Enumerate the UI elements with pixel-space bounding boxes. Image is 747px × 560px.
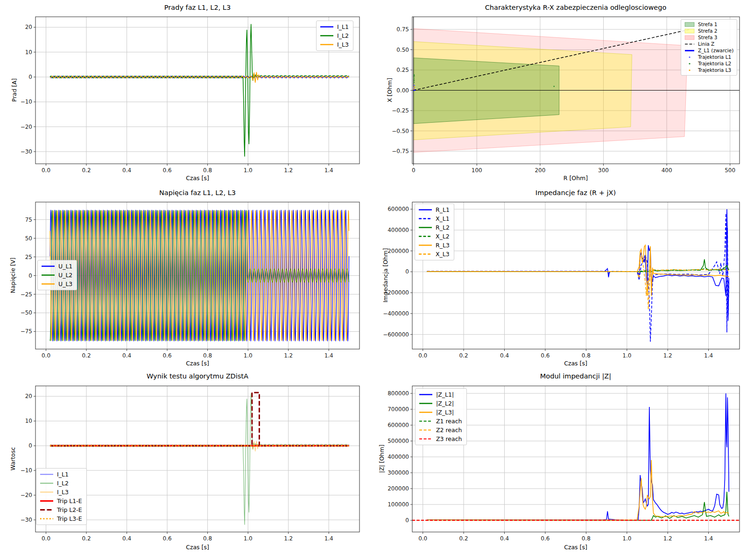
legend-label: X_L2 xyxy=(436,233,450,240)
legend-item-linia-z: Linia Z xyxy=(684,41,733,47)
legend-item-r-l2: R_L2 xyxy=(418,224,450,231)
legend-label: Strefa 3 xyxy=(698,35,717,41)
legend-label: Linia Z xyxy=(698,41,714,47)
trip-test-title: Wynik testu algorytmu ZDistA xyxy=(147,372,248,380)
svg-text:1.4: 1.4 xyxy=(704,352,713,359)
legend-item-r-l1: R_L1 xyxy=(418,206,450,213)
svg-text:20: 20 xyxy=(25,393,32,399)
legend-swatch xyxy=(419,392,433,398)
svg-text:0.6: 0.6 xyxy=(163,352,172,359)
legend-item-trip-l3-e: Trip L3-E xyxy=(40,515,82,522)
svg-text:0.25: 0.25 xyxy=(396,67,409,73)
legend-label: U_L2 xyxy=(58,272,72,279)
impedance-magnitude-title: Modul impedancji |Z| xyxy=(540,372,611,380)
voltages-xlabel: Czas [s] xyxy=(186,360,209,367)
svg-text:0.8: 0.8 xyxy=(582,535,591,542)
svg-text:0: 0 xyxy=(405,517,409,524)
legend-swatch xyxy=(40,489,54,495)
svg-text:0.75: 0.75 xyxy=(396,26,409,33)
legend-swatch xyxy=(684,48,695,54)
svg-text:1.4: 1.4 xyxy=(324,352,333,359)
svg-text:1.0: 1.0 xyxy=(244,167,253,174)
legend-swatch xyxy=(684,21,695,28)
svg-text:−30: −30 xyxy=(21,148,32,155)
svg-text:400000: 400000 xyxy=(388,227,409,233)
trip-test-xlabel: Czas [s] xyxy=(186,544,209,551)
legend-label: Trip L1-E xyxy=(57,497,82,504)
svg-text:1.2: 1.2 xyxy=(284,167,293,174)
svg-text:−20: −20 xyxy=(21,492,32,498)
svg-text:0.2: 0.2 xyxy=(459,352,468,359)
legend-swatch xyxy=(684,61,695,67)
trip-test-ylabel: Wartosc xyxy=(9,447,16,470)
svg-text:200000: 200000 xyxy=(388,248,409,254)
voltages-legend: U_L1U_L2U_L3 xyxy=(37,260,77,290)
legend-item-i-l2: I_L2 xyxy=(40,480,82,487)
svg-text:0.8: 0.8 xyxy=(203,352,212,359)
legend-swatch xyxy=(418,216,432,222)
svg-text:0: 0 xyxy=(28,442,32,449)
legend-swatch xyxy=(40,507,54,513)
legend-label: Trajektoria L2 xyxy=(698,61,731,67)
legend-swatch xyxy=(40,480,54,486)
svg-text:1.2: 1.2 xyxy=(663,352,672,359)
legend-item-z-l1-zwarcie-: Z_L1 (zwarcie) xyxy=(684,48,733,54)
legend-label: U_L3 xyxy=(58,280,72,287)
svg-text:100000: 100000 xyxy=(388,501,409,508)
svg-text:10: 10 xyxy=(25,49,32,56)
impedances-title: Impedancje faz (R + jX) xyxy=(536,189,616,196)
legend-label: U_L1 xyxy=(58,263,72,270)
voltages-ylabel: Napięcie [V] xyxy=(9,258,16,293)
legend-item--z-l1-: |Z_L1| xyxy=(419,391,462,398)
legend-label: |Z_L3| xyxy=(436,409,454,416)
legend-swatch xyxy=(418,233,432,239)
svg-text:−10: −10 xyxy=(21,467,32,474)
legend-swatch xyxy=(419,400,433,406)
legend-item-trajektoria-l3: Trajektoria L3 xyxy=(684,67,733,73)
svg-text:0.4: 0.4 xyxy=(122,535,131,542)
currents-legend: I_L1I_L2I_L3 xyxy=(316,21,353,51)
svg-text:−0.50: −0.50 xyxy=(392,128,409,134)
legend-swatch xyxy=(684,28,695,34)
svg-text:0.0: 0.0 xyxy=(42,535,50,542)
legend-swatch xyxy=(684,54,695,60)
trip-test-chart: 0.00.20.40.60.81.01.21.4−30−20−1001020 xyxy=(0,371,374,560)
svg-text:1.0: 1.0 xyxy=(244,352,253,359)
svg-text:0.50: 0.50 xyxy=(396,47,409,53)
svg-text:1.0: 1.0 xyxy=(622,535,631,542)
legend-swatch xyxy=(320,24,334,30)
svg-text:−25: −25 xyxy=(21,291,32,298)
svg-text:0.4: 0.4 xyxy=(122,167,131,174)
svg-text:0.6: 0.6 xyxy=(163,535,172,542)
svg-text:400: 400 xyxy=(662,167,672,174)
svg-text:0: 0 xyxy=(28,74,32,80)
svg-text:200: 200 xyxy=(535,167,545,174)
svg-text:0.4: 0.4 xyxy=(500,352,509,359)
legend-swatch xyxy=(418,251,432,257)
svg-text:300: 300 xyxy=(598,167,609,174)
svg-text:600000: 600000 xyxy=(388,422,409,428)
legend-label: Trip L3-E xyxy=(57,515,82,522)
svg-text:−30: −30 xyxy=(21,517,32,523)
rx-title: Charakterystyka R-X zabezpieczenia odleg… xyxy=(485,4,667,11)
impedances-legend: R_L1X_L1R_L2X_L2R_L3X_L3 xyxy=(415,203,454,260)
svg-text:0.0: 0.0 xyxy=(42,167,50,174)
legend-item-r-l3: R_L3 xyxy=(418,242,450,249)
svg-text:0.8: 0.8 xyxy=(582,352,591,359)
legend-label: R_L1 xyxy=(436,206,450,213)
svg-text:0.2: 0.2 xyxy=(459,535,468,542)
voltages-title: Napięcia faz L1, L2, L3 xyxy=(159,189,236,196)
svg-text:1.0: 1.0 xyxy=(244,535,253,542)
legend-item--z-l3-: |Z_L3| xyxy=(419,409,462,416)
legend-item-z3-reach: Z3 reach xyxy=(419,435,462,442)
legend-swatch xyxy=(684,67,695,73)
legend-swatch xyxy=(320,33,334,39)
svg-text:1.0: 1.0 xyxy=(622,352,631,359)
svg-text:500: 500 xyxy=(725,167,735,174)
impedance-magnitude-legend: |Z_L1||Z_L2||Z_L3|Z1 reachZ2 reachZ3 rea… xyxy=(415,388,467,445)
svg-text:0: 0 xyxy=(412,167,416,174)
impedances-xlabel: Czas [s] xyxy=(564,360,587,367)
legend-label: R_L3 xyxy=(436,242,450,249)
svg-text:−50: −50 xyxy=(21,309,32,316)
svg-text:−600000: −600000 xyxy=(383,331,409,338)
